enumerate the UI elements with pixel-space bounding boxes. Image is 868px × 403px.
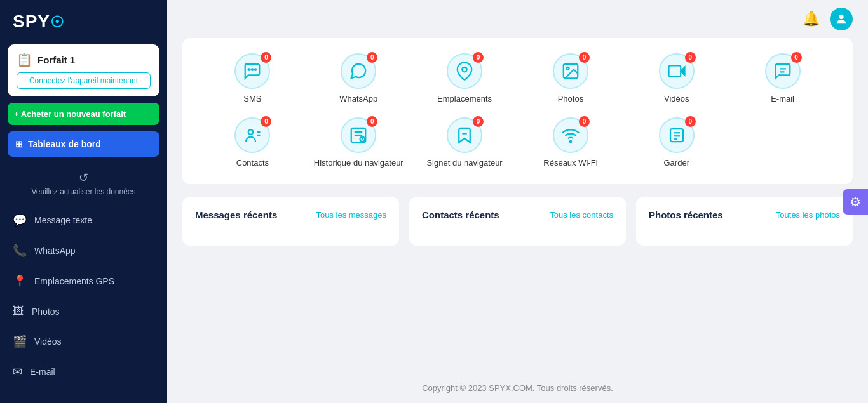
garder-label: Garder <box>664 158 689 169</box>
tous-messages-link[interactable]: Tous les messages <box>316 210 386 220</box>
sidebar-item-videos[interactable]: 🎬 Vidéos <box>0 326 167 357</box>
actualiser-section: ↺ Veuillez actualiser les données <box>0 167 167 205</box>
topbar: 🔔 <box>167 0 868 38</box>
reseaux-badge: 0 <box>579 116 590 127</box>
recent-photos-title: Photos récentes <box>649 209 723 220</box>
recent-contacts-header: Contacts récents Tous les contacts <box>422 209 613 220</box>
historique-badge: 0 <box>367 116 377 127</box>
avatar[interactable] <box>830 8 853 30</box>
grid-item-contacts[interactable]: 0 Contacts <box>203 117 302 169</box>
message-texte-icon: 💬 <box>13 213 27 227</box>
footer: Copyright © 2023 SPYX.COM. Tous droits r… <box>167 373 868 403</box>
svg-point-4 <box>462 67 467 72</box>
logo-text: SPY☉ <box>13 11 65 31</box>
grid-item-emplacements[interactable]: 0 Emplacements <box>415 53 515 105</box>
grid-item-historique[interactable]: 0 Historique du navigateur <box>309 117 409 169</box>
tous-contacts-link[interactable]: Tous les contacts <box>550 210 613 220</box>
recent-messages-header: Messages récents Tous les messages <box>195 209 386 220</box>
sidebar-item-message-texte[interactable]: 💬 Message texte <box>0 205 167 235</box>
refresh-icon[interactable]: ↺ <box>79 171 88 185</box>
main-content: 🔔 0 SMS 0 WhatsApp 0 <box>167 0 868 403</box>
grid-item-garder[interactable]: 0 Garder <box>627 117 726 169</box>
forfait-icon: 📋 <box>17 52 32 67</box>
forfait-title: 📋 Forfait 1 <box>17 52 151 67</box>
email-label: E-mail <box>771 94 794 105</box>
connect-button[interactable]: Connectez l'appareil maintenant <box>17 72 151 89</box>
recent-contacts-card: Contacts récents Tous les contacts <box>409 197 626 246</box>
recent-messages-card: Messages récents Tous les messages <box>182 197 399 246</box>
sidebar-item-label: Emplacements GPS <box>34 276 114 286</box>
toutes-photos-link[interactable]: Toutes les photos <box>776 210 840 220</box>
recent-photos-header: Photos récentes Toutes les photos <box>649 209 840 220</box>
sidebar-item-label: Photos <box>32 307 60 317</box>
sms-label: SMS <box>243 94 261 105</box>
sms-circle: 0 <box>234 53 270 89</box>
garder-badge: 0 <box>685 116 696 127</box>
signet-badge: 0 <box>473 116 484 127</box>
signet-label: Signet du navigateur <box>426 158 502 169</box>
grid-item-sms[interactable]: 0 SMS <box>203 53 302 105</box>
svg-point-17 <box>570 141 572 143</box>
contacts-circle: 0 <box>234 117 270 153</box>
grid-item-email[interactable]: 0 E-mail <box>733 53 832 105</box>
svg-point-3 <box>255 69 257 70</box>
settings-icon: ⚙ <box>850 194 861 209</box>
reseaux-circle: 0 <box>553 117 588 153</box>
grid-item-signet[interactable]: 0 Signet du navigateur <box>415 117 515 169</box>
email-badge: 0 <box>791 52 802 63</box>
videos-badge: 0 <box>685 52 696 63</box>
svg-rect-7 <box>668 65 681 77</box>
contacts-label: Contacts <box>236 158 269 169</box>
grid-item-photos[interactable]: 0 Photos <box>520 53 620 105</box>
recent-row: Messages récents Tous les messages Conta… <box>182 197 853 246</box>
copyright-text: Copyright © 2023 SPYX.COM. Tous droits r… <box>422 383 613 393</box>
sidebar-item-photos[interactable]: 🖼 Photos <box>0 296 167 326</box>
photos-circle: 0 <box>553 53 588 89</box>
email-circle: 0 <box>765 53 801 89</box>
location-icon: 📍 <box>13 274 27 288</box>
whatsapp-badge: 0 <box>367 52 377 63</box>
historique-circle: 0 <box>341 117 376 153</box>
contacts-badge: 0 <box>261 116 271 127</box>
settings-fab[interactable]: ⚙ <box>843 189 868 215</box>
forfait-label: Forfait 1 <box>37 55 75 65</box>
grid-item-reseaux[interactable]: 0 Réseaux Wi-Fi <box>520 117 620 169</box>
sidebar: SPY☉ 📋 Forfait 1 Connectez l'appareil ma… <box>0 0 167 403</box>
emplacements-label: Emplacements <box>437 94 492 105</box>
reseaux-label: Réseaux Wi-Fi <box>543 158 597 169</box>
whatsapp-label: WhatsApp <box>339 94 377 105</box>
sidebar-item-whatsapp[interactable]: 📞 WhatsApp <box>0 235 167 266</box>
sidebar-item-email[interactable]: ✉ E-mail <box>0 357 167 387</box>
sms-badge: 0 <box>261 52 271 63</box>
bell-icon[interactable]: 🔔 <box>803 11 820 27</box>
emplacements-badge: 0 <box>473 52 484 63</box>
tableaux-icon: ⊞ <box>15 139 23 149</box>
videos-icon: 🎬 <box>13 334 27 348</box>
sidebar-item-label: Vidéos <box>34 336 62 347</box>
sidebar-item-label: Message texte <box>34 215 92 225</box>
tableaux-label: Tableaux de bord <box>28 139 101 149</box>
svg-point-6 <box>567 67 569 70</box>
photos-label: Photos <box>558 94 583 105</box>
icon-grid-card: 0 SMS 0 WhatsApp 0 Emplacements 0 <box>182 38 853 184</box>
logo-area: SPY☉ <box>0 0 167 38</box>
sidebar-nav: 💬 Message texte 📞 WhatsApp 📍 Emplacement… <box>0 205 167 400</box>
photos-badge: 0 <box>579 52 590 63</box>
signet-circle: 0 <box>447 117 482 153</box>
grid-item-whatsapp[interactable]: 0 WhatsApp <box>309 53 409 105</box>
svg-point-9 <box>248 129 254 135</box>
email-icon: ✉ <box>13 365 22 379</box>
sidebar-item-emplacements-gps[interactable]: 📍 Emplacements GPS <box>0 266 167 296</box>
recent-messages-title: Messages récents <box>195 209 277 220</box>
tableaux-button[interactable]: ⊞ Tableaux de bord <box>8 131 159 157</box>
grid-item-videos[interactable]: 0 Vidéos <box>627 53 726 105</box>
garder-circle: 0 <box>659 117 695 153</box>
svg-point-1 <box>248 69 250 70</box>
whatsapp-circle: 0 <box>341 53 376 89</box>
photos-icon: 🖼 <box>13 305 24 318</box>
videos-label: Vidéos <box>664 94 689 105</box>
sidebar-item-label: WhatsApp <box>34 246 76 256</box>
sidebar-item-label: E-mail <box>30 367 55 377</box>
recent-contacts-title: Contacts récents <box>422 209 499 220</box>
acheter-button[interactable]: + Acheter un nouveau forfait <box>8 103 159 125</box>
